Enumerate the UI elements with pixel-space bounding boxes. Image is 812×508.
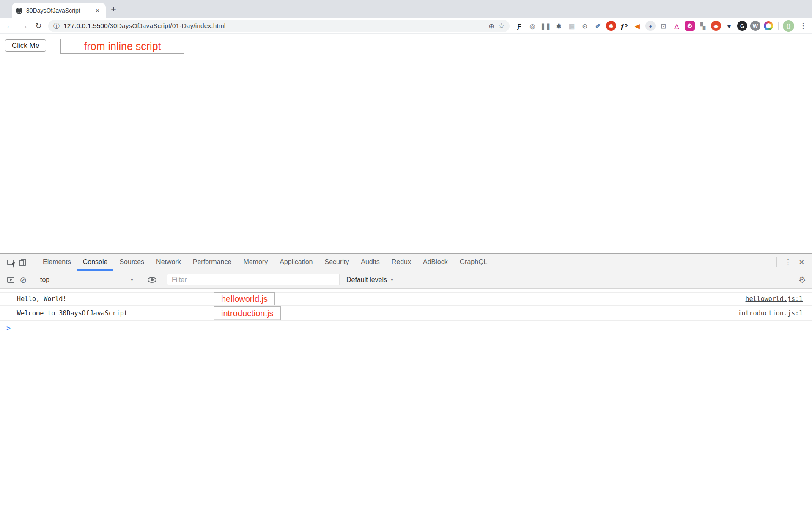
globe-favicon-icon	[16, 8, 22, 14]
devtools-close-icon[interactable]: ✕	[796, 258, 807, 266]
console-toolbar: ⊘ top ▼ Default levels ▼ ⚙	[0, 271, 812, 289]
device-toolbar-button[interactable]	[17, 256, 30, 268]
pink-gear-extension-icon[interactable]: ⚙	[685, 21, 695, 31]
function-question-extension-icon[interactable]: ƒ?	[619, 20, 630, 31]
devtools-tab-security[interactable]: Security	[318, 254, 355, 271]
page-content: Click Me from inline script	[0, 34, 812, 253]
console-settings-gear-icon[interactable]: ⚙	[797, 275, 808, 285]
eye-icon	[148, 277, 156, 283]
devtools-tab-sources[interactable]: Sources	[113, 254, 150, 271]
prompt-chevron-icon: >	[6, 324, 11, 332]
back-button[interactable]: ←	[3, 21, 16, 30]
console-sidebar-icon	[7, 277, 14, 283]
bookmark-star-icon[interactable]: ☆	[498, 22, 505, 30]
annotation-label: helloworld.js	[214, 292, 275, 306]
console-toolbar-divider	[142, 275, 142, 285]
console-sidebar-toggle-button[interactable]	[4, 274, 17, 286]
url-text: 127.0.0.1:5500/30DaysOfJavaScript/01-Day…	[63, 22, 485, 30]
devtools-tab-adblock[interactable]: AdBlock	[417, 254, 454, 271]
rainbow-ring-extension-icon[interactable]	[764, 21, 773, 30]
console-log-row: Welcome to 30DaysOfJavaScript introducti…	[0, 305, 812, 320]
new-tab-button[interactable]: +	[111, 4, 116, 15]
devtools-divider	[33, 257, 33, 267]
console-message-text: Hello, World!	[17, 295, 66, 303]
console-toolbar-divider	[793, 275, 793, 285]
chrome-menu-icon[interactable]: ⋮	[799, 21, 807, 30]
devtools-tab-elements[interactable]: Elements	[37, 254, 77, 271]
devtools-tab-bar: ElementsConsoleSourcesNetworkPerformance…	[0, 254, 812, 271]
profile-avatar[interactable]: {}	[783, 20, 794, 32]
tab-title: 30DaysOfJavaScript	[26, 7, 90, 14]
clear-console-icon: ⊘	[20, 276, 27, 284]
dark-g-extension-icon[interactable]: G	[737, 21, 747, 31]
source-link[interactable]: helloworld.js:1	[746, 295, 803, 303]
gray-blocks-extension-icon[interactable]: ▚	[697, 20, 708, 31]
bug-extension-icon[interactable]: ✱	[553, 20, 564, 31]
page-info-icon[interactable]: ⓘ	[53, 22, 60, 30]
megaphone-extension-icon[interactable]: ◀	[632, 20, 643, 31]
device-toolbar-icon	[21, 259, 26, 266]
devtools-tab-memory[interactable]: Memory	[237, 254, 274, 271]
source-link[interactable]: introduction.js:1	[738, 309, 803, 317]
devtools-menu-icon[interactable]: ⋮	[780, 257, 796, 267]
browser-tab[interactable]: 30DaysOfJavaScript ✕	[12, 3, 106, 18]
console-toolbar-divider	[33, 275, 33, 285]
devtools-tab-audits[interactable]: Audits	[355, 254, 385, 271]
zoom-icon[interactable]: ⊕	[488, 22, 494, 30]
reload-button[interactable]: ↻	[32, 21, 45, 30]
w-circle-extension-icon[interactable]: W	[750, 21, 760, 31]
execution-context-selector[interactable]: top ▼	[37, 276, 138, 284]
devtools-tab-redux[interactable]: Redux	[386, 254, 417, 271]
toolbar-divider	[778, 22, 779, 30]
annotation-label: introduction.js	[214, 306, 281, 320]
pink-triangle-extension-icon[interactable]: △	[671, 20, 682, 31]
inspect-cursor-icon	[7, 260, 14, 265]
orbit-extension-icon[interactable]: ◎	[527, 20, 538, 31]
devtools-tab-graphql[interactable]: GraphQL	[454, 254, 494, 271]
tab-close-icon[interactable]: ✕	[93, 7, 102, 15]
devtools-tab-performance[interactable]: Performance	[187, 254, 238, 271]
clear-console-button[interactable]: ⊘	[17, 274, 30, 286]
red-shield-extension-icon[interactable]: ◆	[711, 21, 721, 31]
devtools-panel: ElementsConsoleSourcesNetworkPerformance…	[0, 253, 812, 508]
face-circle-extension-icon[interactable]: ⊙	[579, 20, 590, 31]
click-me-button[interactable]: Click Me	[5, 39, 46, 52]
url-path: /30DaysOfJavaScript/01-Day/index.html	[108, 22, 226, 29]
levels-label: Default levels	[346, 276, 387, 284]
extensions-area: Ƒ◎❚❚✱▦⊙✐✱ƒ?◀◕⊡△⚙▚◆♥GW	[514, 20, 774, 31]
camera-extension-icon[interactable]: ⊡	[658, 20, 669, 31]
url-bar[interactable]: ⓘ 127.0.0.1:5500/30DaysOfJavaScript/01-D…	[48, 20, 510, 32]
console-toolbar-divider	[162, 275, 162, 285]
script-f-extension-icon[interactable]: Ƒ	[514, 20, 525, 31]
url-host: 127.0.0.1:5500	[63, 22, 108, 29]
eyedropper-extension-icon[interactable]: ✐	[593, 20, 604, 31]
columns-extension-icon[interactable]: ❚❚	[540, 20, 551, 31]
console-message-text: Welcome to 30DaysOfJavaScript	[17, 309, 128, 317]
stop-hand-extension-icon[interactable]: ✱	[606, 21, 616, 31]
browser-toolbar: ← → ↻ ⓘ 127.0.0.1:5500/30DaysOfJavaScrip…	[0, 18, 812, 34]
console-log-row: Hello, World! helloworld.js helloworld.j…	[0, 292, 812, 305]
swirl-extension-icon[interactable]: ◕	[645, 21, 656, 31]
inspect-element-button[interactable]	[4, 256, 17, 268]
devtools-tab-console[interactable]: Console	[77, 254, 114, 271]
forward-button[interactable]: →	[18, 21, 30, 30]
devtools-tab-application[interactable]: Application	[274, 254, 318, 271]
chevron-down-icon: ▼	[130, 277, 134, 282]
browser-tab-strip: 30DaysOfJavaScript ✕ +	[0, 0, 812, 18]
filter-input[interactable]	[167, 274, 340, 285]
console-prompt[interactable]: >	[0, 320, 812, 333]
context-selected-value: top	[40, 276, 49, 284]
heart-search-extension-icon[interactable]: ♥	[724, 20, 735, 31]
grid-extension-icon[interactable]: ▦	[566, 20, 577, 31]
console-messages: Hello, World! helloworld.js helloworld.j…	[0, 289, 812, 333]
live-expression-button[interactable]	[145, 274, 158, 286]
devtools-tab-network[interactable]: Network	[150, 254, 187, 271]
inline-script-box: from inline script	[60, 39, 184, 54]
devtools-tabs: ElementsConsoleSourcesNetworkPerformance…	[37, 254, 493, 271]
devtools-divider	[776, 257, 777, 267]
chevron-down-icon: ▼	[390, 277, 394, 282]
log-levels-selector[interactable]: Default levels ▼	[346, 276, 394, 284]
